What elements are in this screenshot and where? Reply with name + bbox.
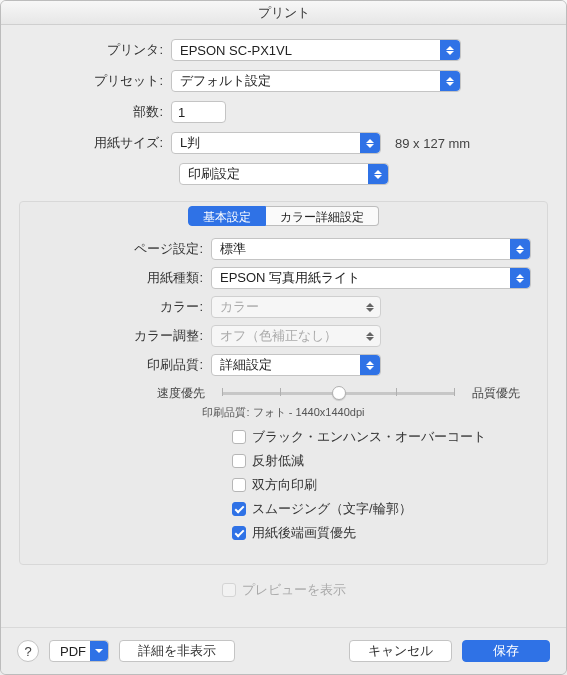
pdf-menu-button[interactable]: PDF	[49, 640, 109, 662]
page-setup-select[interactable]: 標準	[211, 238, 531, 260]
page-setup-label: ページ設定:	[36, 240, 211, 258]
copies-input[interactable]	[171, 101, 226, 123]
copies-label: 部数:	[21, 103, 171, 121]
checkbox-smoothing[interactable]	[232, 502, 246, 516]
updown-icon	[440, 40, 460, 60]
paper-size-select[interactable]: L判	[171, 132, 381, 154]
window-title: プリント	[1, 1, 566, 25]
pdf-menu-label: PDF	[60, 644, 86, 659]
checkbox-finest-detail[interactable]	[232, 526, 246, 540]
color-adjust-label: カラー調整:	[36, 327, 211, 345]
tab-bar: 基本設定 カラー詳細設定	[20, 206, 547, 226]
section-select[interactable]: 印刷設定	[179, 163, 389, 185]
color-adjust-value: オフ（色補正なし）	[220, 327, 337, 345]
preset-select[interactable]: デフォルト設定	[171, 70, 461, 92]
footer: ? PDF 詳細を非表示 キャンセル 保存	[1, 627, 566, 674]
updown-icon	[360, 326, 380, 346]
paper-size-label: 用紙サイズ:	[21, 134, 171, 152]
updown-icon	[510, 268, 530, 288]
slider-quality-label: 品質優先	[461, 385, 531, 402]
updown-icon	[360, 297, 380, 317]
print-quality-label: 印刷品質:	[36, 356, 211, 374]
tab-advanced-color[interactable]: カラー詳細設定	[266, 206, 379, 226]
slider-knob[interactable]	[332, 386, 346, 400]
printer-select[interactable]: EPSON SC-PX1VL	[171, 39, 461, 61]
print-quality-select[interactable]: 詳細設定	[211, 354, 381, 376]
help-button[interactable]: ?	[17, 640, 39, 662]
checkbox-finest-detail-label: 用紙後端画質優先	[252, 524, 356, 542]
quality-slider[interactable]	[222, 383, 455, 403]
tab-basic[interactable]: 基本設定	[188, 206, 266, 226]
updown-icon	[440, 71, 460, 91]
printer-select-value: EPSON SC-PX1VL	[180, 43, 292, 58]
printer-label: プリンタ:	[21, 41, 171, 59]
checkbox-preview	[222, 583, 236, 597]
preset-select-value: デフォルト設定	[180, 72, 271, 90]
checkbox-gloss-label: 反射低減	[252, 452, 304, 470]
checkbox-bidirectional-label: 双方向印刷	[252, 476, 317, 494]
section-select-value: 印刷設定	[188, 165, 240, 183]
chevron-down-icon	[90, 641, 108, 661]
updown-icon	[510, 239, 530, 259]
cancel-button[interactable]: キャンセル	[349, 640, 452, 662]
color-value: カラー	[220, 298, 259, 316]
paper-size-hint: 89 x 127 mm	[395, 136, 470, 151]
updown-icon	[360, 355, 380, 375]
checkbox-gloss[interactable]	[232, 454, 246, 468]
hide-details-button[interactable]: 詳細を非表示	[119, 640, 235, 662]
slider-speed-label: 速度優先	[146, 385, 216, 402]
media-type-value: EPSON 写真用紙ライト	[220, 269, 360, 287]
checkbox-smoothing-label: スムージング（文字/輪郭）	[252, 500, 412, 518]
checkbox-bidirectional[interactable]	[232, 478, 246, 492]
color-select: カラー	[211, 296, 381, 318]
updown-icon	[360, 133, 380, 153]
color-adjust-select: オフ（色補正なし）	[211, 325, 381, 347]
page-setup-value: 標準	[220, 240, 246, 258]
print-quality-value: 詳細設定	[220, 356, 272, 374]
updown-icon	[368, 164, 388, 184]
paper-size-value: L判	[180, 134, 200, 152]
upper-section: プリンタ: EPSON SC-PX1VL プリセット: デフォルト設定 部数: …	[1, 25, 566, 201]
checkbox-black-enhance-label: ブラック・エンハンス・オーバーコート	[252, 428, 486, 446]
media-type-label: 用紙種類:	[36, 269, 211, 287]
preset-label: プリセット:	[21, 72, 171, 90]
save-button[interactable]: 保存	[462, 640, 550, 662]
checkbox-black-enhance[interactable]	[232, 430, 246, 444]
settings-group: 基本設定 カラー詳細設定 ページ設定: 標準 用紙種類: EPSON 写真用紙ラ…	[19, 201, 548, 565]
preview-label: プレビューを表示	[242, 581, 346, 599]
media-type-select[interactable]: EPSON 写真用紙ライト	[211, 267, 531, 289]
color-label: カラー:	[36, 298, 211, 316]
print-dialog: プリント プリンタ: EPSON SC-PX1VL プリセット: デフォルト設定…	[0, 0, 567, 675]
quality-hint: 印刷品質: フォト - 1440x1440dpi	[36, 405, 531, 420]
preview-row: プレビューを表示	[1, 581, 566, 599]
